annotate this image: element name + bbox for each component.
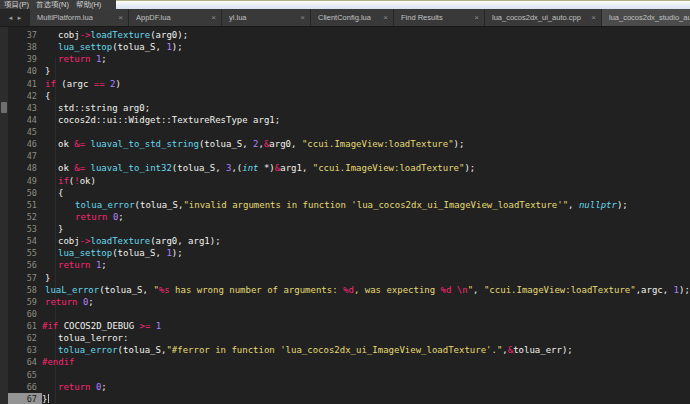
- tab-label: lua_cocos2dx_ui_auto.cpp: [492, 13, 581, 22]
- code-text[interactable]: tolua_lerror:: [42, 332, 690, 344]
- tab-label: Find Results: [401, 13, 443, 22]
- tab-bar: ◄ ► MultiPlatform.lua×AppDF.lua×yl.lua×C…: [0, 9, 690, 27]
- code-area: 37cobj->loadTexture(arg0);38lua_settop(t…: [0, 29, 690, 404]
- tab-label: yl.lua: [229, 13, 247, 22]
- code-text[interactable]: return 0;: [42, 211, 690, 223]
- tab-lua_cocos2dx_ui_auto.cpp[interactable]: lua_cocos2dx_ui_auto.cpp×: [485, 9, 601, 26]
- menu-bar: 项目(P)首选项(N)帮助(H): [0, 0, 690, 9]
- tab-ClientConfig.lua[interactable]: ClientConfig.lua×: [311, 9, 393, 26]
- code-line[interactable]: 49if(!ok): [0, 175, 690, 187]
- tab-scroll-right-icon[interactable]: ►: [17, 15, 23, 21]
- close-icon[interactable]: ×: [591, 14, 596, 22]
- code-text[interactable]: if(!ok): [42, 175, 690, 187]
- code-text[interactable]: }: [42, 393, 690, 404]
- tab-label: ClientConfig.lua: [318, 13, 371, 22]
- code-line[interactable]: 66return 0;: [0, 381, 690, 393]
- tab-label: AppDF.lua: [136, 13, 171, 22]
- editor[interactable]: 37cobj->loadTexture(arg0);38lua_settop(t…: [0, 27, 690, 404]
- code-line[interactable]: 64#endif: [0, 356, 690, 368]
- code-text[interactable]: [42, 126, 690, 138]
- code-line[interactable]: 44cocos2d::ui::Widget::TextureResType ar…: [0, 114, 690, 126]
- text-caret: [48, 394, 49, 403]
- code-text[interactable]: tolua_error(tolua_S,"#ferror in function…: [42, 344, 690, 356]
- code-line[interactable]: 67}: [0, 393, 690, 404]
- code-line[interactable]: 51tolua_error(tolua_S,"invalid arguments…: [0, 199, 690, 211]
- left-scrollbar[interactable]: [0, 27, 8, 404]
- code-text[interactable]: {: [42, 187, 690, 199]
- code-line[interactable]: 55lua_settop(tolua_S, 1);: [0, 247, 690, 259]
- code-line[interactable]: 40}: [0, 65, 690, 77]
- code-text[interactable]: return 0;: [42, 381, 690, 393]
- tab-label: MultiPlatform.lua: [37, 13, 93, 22]
- code-line[interactable]: 46ok &= luaval_to_std_string(tolua_S, 2,…: [0, 138, 690, 150]
- code-line[interactable]: 45: [0, 126, 690, 138]
- close-icon[interactable]: ×: [211, 14, 216, 22]
- code-line[interactable]: 37cobj->loadTexture(arg0);: [0, 29, 690, 41]
- code-line[interactable]: 54cobj->loadTexture(arg0, arg1);: [0, 235, 690, 247]
- code-line[interactable]: 50{: [0, 187, 690, 199]
- tab-AppDF.lua[interactable]: AppDF.lua×: [129, 9, 221, 26]
- menu-item[interactable]: 首选项(N): [36, 0, 69, 9]
- code-text[interactable]: return 0;: [42, 296, 690, 308]
- close-icon[interactable]: ×: [383, 14, 388, 22]
- code-line[interactable]: 56return 1;: [0, 259, 690, 271]
- code-text[interactable]: cobj->loadTexture(arg0, arg1);: [42, 235, 690, 247]
- code-text[interactable]: lua_settop(tolua_S, 1);: [42, 41, 690, 53]
- code-text[interactable]: cobj->loadTexture(arg0);: [42, 29, 690, 41]
- code-line[interactable]: 39return 1;: [0, 53, 690, 65]
- code-text[interactable]: [42, 308, 690, 320]
- code-line[interactable]: 53}: [0, 223, 690, 235]
- close-icon[interactable]: ×: [300, 14, 305, 22]
- code-line[interactable]: 42{: [0, 90, 690, 102]
- code-text[interactable]: ok &= luaval_to_int32(tolua_S, 3,(int *)…: [42, 162, 690, 174]
- code-line[interactable]: 60: [0, 308, 690, 320]
- close-icon[interactable]: ×: [118, 14, 123, 22]
- code-text[interactable]: {: [42, 90, 690, 102]
- code-text[interactable]: return 1;: [42, 259, 690, 271]
- background-window-strip: [116, 0, 690, 9]
- code-line[interactable]: 59return 0;: [0, 296, 690, 308]
- code-line[interactable]: 57}: [0, 272, 690, 284]
- code-line[interactable]: 58luaL_error(tolua_S, "%s has wrong numb…: [0, 284, 690, 296]
- code-text[interactable]: luaL_error(tolua_S, "%s has wrong number…: [42, 284, 690, 296]
- code-line[interactable]: 47: [0, 150, 690, 162]
- code-text[interactable]: #endif: [42, 356, 690, 368]
- code-text[interactable]: lua_settop(tolua_S, 1);: [42, 247, 690, 259]
- tab-MultiPlatform.lua[interactable]: MultiPlatform.lua×: [30, 9, 128, 26]
- scrollbar-handle[interactable]: [1, 102, 7, 113]
- code-line[interactable]: 43std::string arg0;: [0, 102, 690, 114]
- code-text[interactable]: tolua_error(tolua_S,"invalid arguments i…: [42, 199, 690, 211]
- tab-scrollers: ◄ ►: [0, 9, 30, 26]
- code-line[interactable]: 62tolua_lerror:: [0, 332, 690, 344]
- code-text[interactable]: [42, 150, 690, 162]
- code-text[interactable]: [42, 369, 690, 381]
- code-line[interactable]: 48ok &= luaval_to_int32(tolua_S, 3,(int …: [0, 162, 690, 174]
- code-line[interactable]: 63tolua_error(tolua_S,"#ferror in functi…: [0, 344, 690, 356]
- code-text[interactable]: if (argc == 2): [42, 78, 690, 90]
- tab-label: lua_cocos2dx_studio_auto.cpp: [609, 13, 690, 22]
- code-text[interactable]: }: [42, 65, 690, 77]
- tab-scroll-left-icon[interactable]: ◄: [8, 15, 14, 21]
- code-text[interactable]: }: [42, 223, 690, 235]
- menu-item[interactable]: 帮助(H): [76, 0, 101, 9]
- tab-yl.lua[interactable]: yl.lua×: [222, 9, 310, 26]
- menu-item[interactable]: 项目(P): [4, 0, 29, 9]
- menu-bar-items: 项目(P)首选项(N)帮助(H): [0, 0, 116, 9]
- tab-list: MultiPlatform.lua×AppDF.lua×yl.lua×Clien…: [30, 9, 690, 26]
- code-text[interactable]: ok &= luaval_to_std_string(tolua_S, 2,&a…: [42, 138, 690, 150]
- code-text[interactable]: }: [42, 272, 690, 284]
- code-text[interactable]: std::string arg0;: [42, 102, 690, 114]
- code-line[interactable]: 52return 0;: [0, 211, 690, 223]
- code-line[interactable]: 38lua_settop(tolua_S, 1);: [0, 41, 690, 53]
- code-line[interactable]: 61#if COCOS2D_DEBUG >= 1: [0, 320, 690, 332]
- tab-lua_cocos2dx_studio_auto.cpp[interactable]: lua_cocos2dx_studio_auto.cpp×: [602, 9, 690, 26]
- code-line[interactable]: 41if (argc == 2): [0, 78, 690, 90]
- close-icon[interactable]: ×: [474, 14, 479, 22]
- code-text[interactable]: cocos2d::ui::Widget::TextureResType arg1…: [42, 114, 690, 126]
- tab-Find Results[interactable]: Find Results×: [394, 9, 484, 26]
- code-text[interactable]: return 1;: [42, 53, 690, 65]
- code-line[interactable]: 65: [0, 369, 690, 381]
- code-text[interactable]: #if COCOS2D_DEBUG >= 1: [42, 320, 690, 332]
